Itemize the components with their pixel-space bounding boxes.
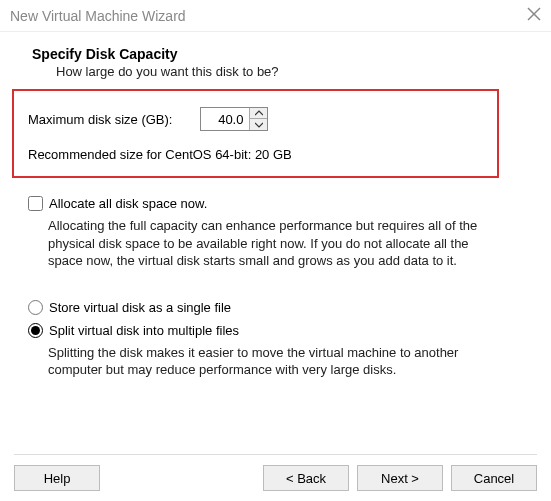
chevron-up-icon (255, 110, 263, 116)
close-icon (527, 7, 541, 21)
allocate-label: Allocate all disk space now. (49, 196, 207, 211)
disk-size-row: Maximum disk size (GB): (28, 107, 483, 131)
cancel-button[interactable]: Cancel (451, 465, 537, 491)
disk-size-label: Maximum disk size (GB): (28, 112, 172, 127)
split-file-radio[interactable] (28, 323, 43, 338)
allocate-checkbox-row: Allocate all disk space now. (28, 196, 499, 211)
spinner-buttons (249, 108, 267, 130)
content-area: Specify Disk Capacity How large do you w… (0, 32, 551, 379)
split-description: Splitting the disk makes it easier to mo… (48, 344, 499, 379)
allocate-checkbox[interactable] (28, 196, 43, 211)
help-button[interactable]: Help (14, 465, 100, 491)
page-subtitle: How large do you want this disk to be? (56, 64, 529, 79)
disk-size-input[interactable] (201, 108, 249, 130)
split-file-label: Split virtual disk into multiple files (49, 323, 239, 338)
button-bar: Help < Back Next > Cancel (14, 454, 537, 491)
page-title: Specify Disk Capacity (32, 46, 529, 62)
spinner-up-button[interactable] (250, 108, 267, 119)
recommended-size-text: Recommended size for CentOS 64-bit: 20 G… (28, 147, 483, 162)
spinner-down-button[interactable] (250, 119, 267, 130)
storage-section: Store virtual disk as a single file Spli… (28, 300, 499, 379)
titlebar: New Virtual Machine Wizard (0, 0, 551, 32)
next-button[interactable]: Next > (357, 465, 443, 491)
single-file-row: Store virtual disk as a single file (28, 300, 499, 315)
split-file-row: Split virtual disk into multiple files (28, 323, 499, 338)
window-title: New Virtual Machine Wizard (10, 8, 527, 24)
chevron-down-icon (255, 122, 263, 128)
button-spacer (108, 465, 255, 491)
single-file-radio[interactable] (28, 300, 43, 315)
allocate-description: Allocating the full capacity can enhance… (48, 217, 499, 270)
disk-size-spinner (200, 107, 268, 131)
back-button[interactable]: < Back (263, 465, 349, 491)
allocate-section: Allocate all disk space now. Allocating … (28, 196, 499, 270)
close-button[interactable] (527, 7, 541, 24)
single-file-label: Store virtual disk as a single file (49, 300, 231, 315)
disk-size-section: Maximum disk size (GB): Recommended size… (12, 89, 499, 178)
